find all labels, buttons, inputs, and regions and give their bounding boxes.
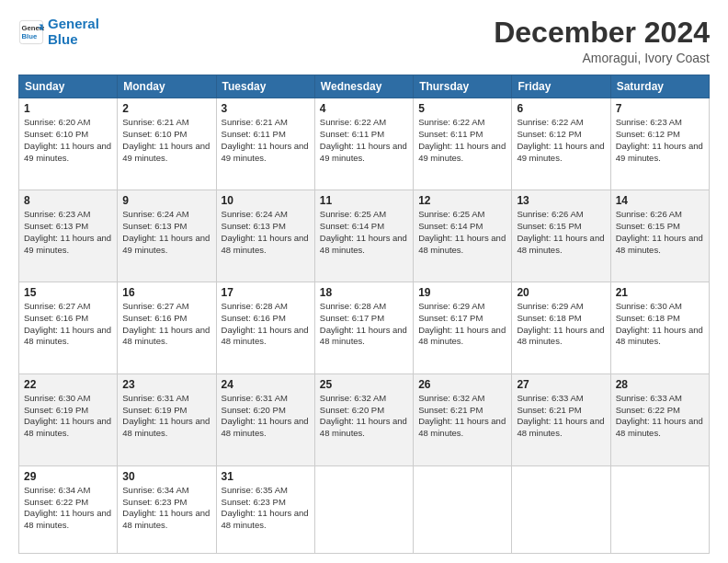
day-info: Sunrise: 6:33 AMSunset: 6:22 PMDaylight:… (616, 393, 703, 438)
day-info: Sunrise: 6:34 AMSunset: 6:22 PMDaylight:… (24, 485, 111, 530)
day-number: 26 (418, 378, 506, 391)
calendar-week-row: 29 Sunrise: 6:34 AMSunset: 6:22 PMDaylig… (19, 465, 710, 553)
calendar-cell: 21 Sunrise: 6:30 AMSunset: 6:18 PMDaylig… (610, 282, 709, 373)
day-info: Sunrise: 6:24 AMSunset: 6:13 PMDaylight:… (222, 209, 309, 254)
title-block: December 2024 Amoragui, Ivory Coast (494, 17, 710, 65)
day-info: Sunrise: 6:30 AMSunset: 6:18 PMDaylight:… (616, 301, 703, 346)
calendar-cell (610, 465, 709, 553)
calendar-week-row: 8 Sunrise: 6:23 AMSunset: 6:13 PMDayligh… (19, 190, 710, 282)
day-number: 30 (122, 470, 210, 483)
calendar-cell: 17 Sunrise: 6:28 AMSunset: 6:16 PMDaylig… (216, 282, 314, 373)
day-info: Sunrise: 6:23 AMSunset: 6:13 PMDaylight:… (24, 209, 111, 254)
calendar-cell: 10 Sunrise: 6:24 AMSunset: 6:13 PMDaylig… (216, 190, 314, 282)
day-number: 3 (222, 102, 310, 115)
calendar-table: SundayMondayTuesdayWednesdayThursdayFrid… (18, 75, 710, 554)
day-number: 19 (418, 286, 506, 299)
day-number: 13 (517, 194, 605, 207)
svg-text:Blue: Blue (22, 32, 38, 40)
calendar-cell: 7 Sunrise: 6:23 AMSunset: 6:12 PMDayligh… (610, 98, 709, 190)
calendar-cell: 25 Sunrise: 6:32 AMSunset: 6:20 PMDaylig… (314, 373, 413, 465)
day-info: Sunrise: 6:34 AMSunset: 6:23 PMDaylight:… (122, 485, 210, 530)
calendar-cell: 29 Sunrise: 6:34 AMSunset: 6:22 PMDaylig… (19, 465, 118, 553)
day-number: 2 (122, 102, 210, 115)
calendar-cell: 1 Sunrise: 6:20 AMSunset: 6:10 PMDayligh… (19, 98, 118, 190)
day-number: 1 (24, 102, 112, 115)
day-number: 29 (24, 470, 112, 483)
day-info: Sunrise: 6:29 AMSunset: 6:18 PMDaylight:… (517, 301, 604, 346)
calendar-cell: 19 Sunrise: 6:29 AMSunset: 6:17 PMDaylig… (414, 282, 512, 373)
calendar-cell: 26 Sunrise: 6:32 AMSunset: 6:21 PMDaylig… (414, 373, 512, 465)
calendar-cell: 15 Sunrise: 6:27 AMSunset: 6:16 PMDaylig… (19, 282, 118, 373)
day-number: 11 (320, 194, 408, 207)
calendar-cell: 22 Sunrise: 6:30 AMSunset: 6:19 PMDaylig… (19, 373, 118, 465)
calendar-cell: 9 Sunrise: 6:24 AMSunset: 6:13 PMDayligh… (118, 190, 216, 282)
day-number: 15 (24, 286, 112, 299)
day-info: Sunrise: 6:35 AMSunset: 6:23 PMDaylight:… (222, 485, 309, 530)
day-info: Sunrise: 6:22 AMSunset: 6:11 PMDaylight:… (418, 117, 506, 162)
day-info: Sunrise: 6:26 AMSunset: 6:15 PMDaylight:… (517, 209, 604, 254)
header: General Blue GeneralBlue December 2024 A… (18, 17, 710, 65)
day-number: 18 (320, 286, 408, 299)
calendar-cell (314, 465, 413, 553)
day-info: Sunrise: 6:22 AMSunset: 6:11 PMDaylight:… (320, 117, 407, 162)
day-number: 16 (122, 286, 210, 299)
day-number: 6 (517, 102, 605, 115)
calendar-header: SundayMondayTuesdayWednesdayThursdayFrid… (19, 75, 710, 98)
day-number: 21 (616, 286, 704, 299)
day-number: 23 (122, 378, 210, 391)
calendar-cell: 28 Sunrise: 6:33 AMSunset: 6:22 PMDaylig… (610, 373, 709, 465)
logo: General Blue GeneralBlue (18, 17, 99, 47)
calendar-cell: 31 Sunrise: 6:35 AMSunset: 6:23 PMDaylig… (216, 465, 314, 553)
calendar-cell: 27 Sunrise: 6:33 AMSunset: 6:21 PMDaylig… (512, 373, 610, 465)
calendar-day-header: Tuesday (216, 75, 314, 98)
day-info: Sunrise: 6:24 AMSunset: 6:13 PMDaylight:… (122, 209, 210, 254)
day-number: 5 (418, 102, 506, 115)
calendar-cell: 2 Sunrise: 6:21 AMSunset: 6:10 PMDayligh… (118, 98, 216, 190)
calendar-cell: 13 Sunrise: 6:26 AMSunset: 6:15 PMDaylig… (512, 190, 610, 282)
calendar-cell: 20 Sunrise: 6:29 AMSunset: 6:18 PMDaylig… (512, 282, 610, 373)
day-info: Sunrise: 6:21 AMSunset: 6:10 PMDaylight:… (122, 117, 210, 162)
calendar-day-header: Thursday (414, 75, 512, 98)
day-info: Sunrise: 6:28 AMSunset: 6:17 PMDaylight:… (320, 301, 407, 346)
day-info: Sunrise: 6:21 AMSunset: 6:11 PMDaylight:… (222, 117, 309, 162)
day-info: Sunrise: 6:29 AMSunset: 6:17 PMDaylight:… (418, 301, 506, 346)
calendar-day-header: Monday (118, 75, 216, 98)
day-number: 20 (517, 286, 605, 299)
calendar-cell: 16 Sunrise: 6:27 AMSunset: 6:16 PMDaylig… (118, 282, 216, 373)
day-info: Sunrise: 6:33 AMSunset: 6:21 PMDaylight:… (517, 393, 604, 438)
day-info: Sunrise: 6:30 AMSunset: 6:19 PMDaylight:… (24, 393, 111, 438)
calendar-cell: 5 Sunrise: 6:22 AMSunset: 6:11 PMDayligh… (414, 98, 512, 190)
day-info: Sunrise: 6:32 AMSunset: 6:21 PMDaylight:… (418, 393, 506, 438)
day-number: 9 (122, 194, 210, 207)
day-info: Sunrise: 6:25 AMSunset: 6:14 PMDaylight:… (320, 209, 407, 254)
main-title: December 2024 (494, 17, 710, 49)
calendar-cell: 4 Sunrise: 6:22 AMSunset: 6:11 PMDayligh… (314, 98, 413, 190)
calendar-day-header: Saturday (610, 75, 709, 98)
day-number: 8 (24, 194, 112, 207)
day-info: Sunrise: 6:27 AMSunset: 6:16 PMDaylight:… (122, 301, 210, 346)
calendar-cell: 23 Sunrise: 6:31 AMSunset: 6:19 PMDaylig… (118, 373, 216, 465)
page: General Blue GeneralBlue December 2024 A… (0, 0, 728, 563)
subtitle: Amoragui, Ivory Coast (494, 51, 710, 65)
day-number: 24 (222, 378, 310, 391)
day-number: 7 (616, 102, 704, 115)
calendar-cell: 11 Sunrise: 6:25 AMSunset: 6:14 PMDaylig… (314, 190, 413, 282)
calendar-week-row: 15 Sunrise: 6:27 AMSunset: 6:16 PMDaylig… (19, 282, 710, 373)
calendar-cell (414, 465, 512, 553)
calendar-cell (512, 465, 610, 553)
day-number: 25 (320, 378, 408, 391)
logo-icon: General Blue (18, 19, 44, 45)
calendar-cell: 24 Sunrise: 6:31 AMSunset: 6:20 PMDaylig… (216, 373, 314, 465)
calendar-body: 1 Sunrise: 6:20 AMSunset: 6:10 PMDayligh… (19, 98, 710, 554)
calendar-cell: 8 Sunrise: 6:23 AMSunset: 6:13 PMDayligh… (19, 190, 118, 282)
day-number: 22 (24, 378, 112, 391)
calendar-header-row: SundayMondayTuesdayWednesdayThursdayFrid… (19, 75, 710, 98)
day-number: 14 (616, 194, 704, 207)
day-number: 12 (418, 194, 506, 207)
day-info: Sunrise: 6:22 AMSunset: 6:12 PMDaylight:… (517, 117, 604, 162)
calendar-week-row: 22 Sunrise: 6:30 AMSunset: 6:19 PMDaylig… (19, 373, 710, 465)
calendar-cell: 14 Sunrise: 6:26 AMSunset: 6:15 PMDaylig… (610, 190, 709, 282)
calendar-cell: 3 Sunrise: 6:21 AMSunset: 6:11 PMDayligh… (216, 98, 314, 190)
calendar-day-header: Friday (512, 75, 610, 98)
day-info: Sunrise: 6:31 AMSunset: 6:20 PMDaylight:… (222, 393, 309, 438)
